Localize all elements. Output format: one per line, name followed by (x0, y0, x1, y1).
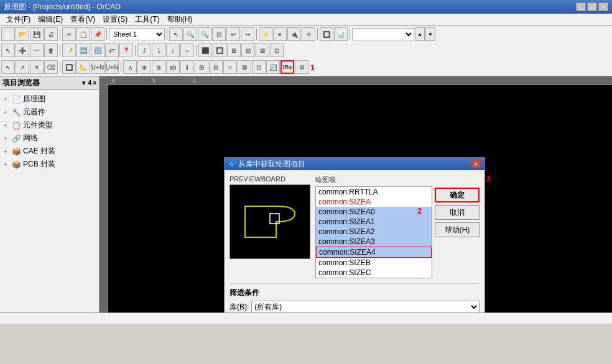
list-item-3[interactable]: common:SIZEA1 (316, 217, 432, 227)
dialog-close-btn[interactable]: × (471, 160, 481, 168)
tb-r12[interactable]: ab (166, 60, 180, 74)
tb-part[interactable]: ➕ (16, 43, 29, 57)
minimize-btn[interactable]: _ (576, 2, 586, 11)
tb-redo[interactable]: ↪ (241, 27, 254, 41)
sep8 (135, 45, 136, 56)
tb-r14[interactable]: ⊞ (195, 60, 208, 74)
tb-select[interactable]: ↖ (1, 43, 15, 57)
list-item-1[interactable]: common:SIZEA (316, 197, 432, 207)
tb-extra1[interactable]: 🔲 (320, 27, 333, 41)
menu-view[interactable]: 查看(V) (67, 14, 99, 25)
tb-r11[interactable]: ⊗ (152, 60, 165, 74)
tb-cursor[interactable]: ↖ (169, 27, 183, 41)
sidebar-item-schematic[interactable]: + 📄 原理图 (1, 93, 98, 106)
list-item-6[interactable]: common:SIZEA4 (316, 247, 432, 258)
menu-tools[interactable]: 工具(T) (131, 14, 163, 25)
sidebar-close-btn[interactable]: × (93, 80, 96, 86)
sidebar-item-net[interactable]: + 🔗 网络 (1, 132, 98, 145)
tb-print[interactable]: 🖨 (44, 27, 58, 41)
tb-r21[interactable]: ⚙ (295, 60, 308, 74)
tb-power[interactable]: ⚛ (302, 27, 315, 41)
tb-zoom-in[interactable]: 🔍 (183, 27, 197, 41)
tb-r17[interactable]: ⊠ (238, 60, 251, 74)
menu-file[interactable]: 文件(F) (2, 14, 34, 25)
sheet-select[interactable]: Sheet 1 (109, 28, 165, 40)
tb-r9[interactable]: ∧ (123, 60, 137, 74)
tb-undo[interactable]: ↩ (226, 27, 240, 41)
tb-save[interactable]: 💾 (30, 27, 44, 41)
help-btn[interactable]: 帮助(H) (435, 222, 480, 237)
tb-wire2[interactable]: 〰 (30, 43, 44, 57)
tb-arr4[interactable]: ↔ (180, 43, 194, 57)
menu-edit[interactable]: 编辑(E) (34, 14, 67, 25)
tb-r5[interactable]: 🔲 (62, 60, 76, 74)
filter-library-select[interactable]: (所有库) (251, 301, 480, 312)
list-item-8[interactable]: common:SIZEC (316, 268, 432, 278)
tb-prop[interactable]: 📝 (62, 43, 76, 57)
tb-r1[interactable]: ↖ (1, 60, 15, 74)
tb-r4[interactable]: ⌫ (44, 60, 58, 74)
tb-highlighted-iro[interactable]: IRo (280, 60, 294, 74)
tb-cut[interactable]: ✂ (62, 27, 76, 41)
tb-r6[interactable]: 📐 (76, 60, 90, 74)
tb-up-arrow[interactable]: ▲ (415, 27, 425, 41)
tb-annot[interactable]: 🏷 (105, 43, 119, 57)
tb-arr3[interactable]: ↕ (166, 43, 180, 57)
menu-help[interactable]: 帮助(H) (164, 14, 197, 25)
tb-r15[interactable]: ⊟ (209, 60, 223, 74)
tb-net[interactable]: 🔌 (287, 27, 301, 41)
canvas-area[interactable]: 5 5 4 🔷 从库中获取绘图项目 × PREVIEWBOARD (100, 76, 612, 312)
list-item-5[interactable]: common:SIZEA3 (316, 237, 432, 247)
list-item-7[interactable]: common:SIZEB (316, 258, 432, 268)
tb-r10[interactable]: ⊕ (137, 60, 151, 74)
tb-comp4[interactable]: ⊟ (241, 43, 255, 57)
maximize-btn[interactable]: □ (587, 2, 597, 11)
tb-r18[interactable]: ⊡ (252, 60, 266, 74)
tb-comp1[interactable]: ⬛ (198, 43, 212, 57)
list-item-0[interactable]: common:RRTTLA (316, 187, 432, 197)
tb-pin[interactable]: 📍 (119, 43, 133, 57)
sidebar-item-parttype[interactable]: + 📋 元件类型 (1, 119, 98, 132)
confirm-btn[interactable]: 确定 (435, 188, 480, 202)
tb-comp5[interactable]: ⊠ (256, 43, 269, 57)
tb-down-arrow[interactable]: ▼ (425, 27, 435, 41)
tb-r8[interactable]: U+N (105, 60, 119, 74)
sidebar-item-components[interactable]: + 🔧 元器件 (1, 106, 98, 119)
tb-comp2[interactable]: 🔲 (213, 43, 226, 57)
list-item-2[interactable]: common:SIZEA0 (316, 207, 432, 217)
tb-arr2[interactable]: ⤵ (152, 43, 165, 57)
tb-r19[interactable]: 🔃 (266, 60, 280, 74)
tb-zoom-out[interactable]: 🔍 (198, 27, 211, 41)
title-bar-buttons[interactable]: _ □ × (576, 2, 608, 11)
tb-r13[interactable]: ℹ (180, 60, 194, 74)
tb-new[interactable]: 📄 (1, 27, 15, 41)
items-list[interactable]: common:RRTTLA common:SIZEA common:SIZEA0… (315, 186, 432, 278)
cancel-btn[interactable]: 取消 (435, 205, 480, 220)
close-btn[interactable]: × (598, 2, 608, 11)
tb-comp6[interactable]: ⊡ (270, 43, 284, 57)
sidebar-item-pcb[interactable]: + 📦 PCB 封装 (1, 158, 98, 171)
tb-bus[interactable]: ≡ (273, 27, 287, 41)
parttype-icon: 📋 (12, 121, 21, 130)
net-select[interactable] (352, 28, 414, 40)
tb-val[interactable]: 🔢 (91, 43, 104, 57)
tb-delete[interactable]: 🗑 (44, 43, 58, 57)
sidebar-pin-btn[interactable]: ▼ (81, 80, 87, 86)
menu-settings[interactable]: 设置(S) (99, 14, 131, 25)
sidebar-controls[interactable]: ▼ 4 × (81, 80, 96, 86)
tb-r3[interactable]: ✕ (30, 60, 44, 74)
tb-zoom-fit[interactable]: ⊡ (212, 27, 226, 41)
tb-paste[interactable]: 📌 (91, 27, 104, 41)
tb-extra2[interactable]: 📊 (334, 27, 348, 41)
tb-copy[interactable]: 📋 (76, 27, 90, 41)
tb-arr1[interactable]: ⤴ (137, 43, 151, 57)
tb-r16[interactable]: ≈ (223, 60, 237, 74)
list-item-4[interactable]: common:SIZEA2 (316, 227, 432, 237)
tb-open[interactable]: 📂 (16, 27, 29, 41)
tb-r7[interactable]: U+N (91, 60, 104, 74)
tb-comp3[interactable]: ⊞ (227, 43, 241, 57)
tb-wire[interactable]: ⚡ (259, 27, 272, 41)
tb-ref[interactable]: 🔤 (76, 43, 90, 57)
sidebar-item-cae[interactable]: + 📦 CAE 封装 (1, 145, 98, 158)
tb-r2[interactable]: ↗ (16, 60, 29, 74)
